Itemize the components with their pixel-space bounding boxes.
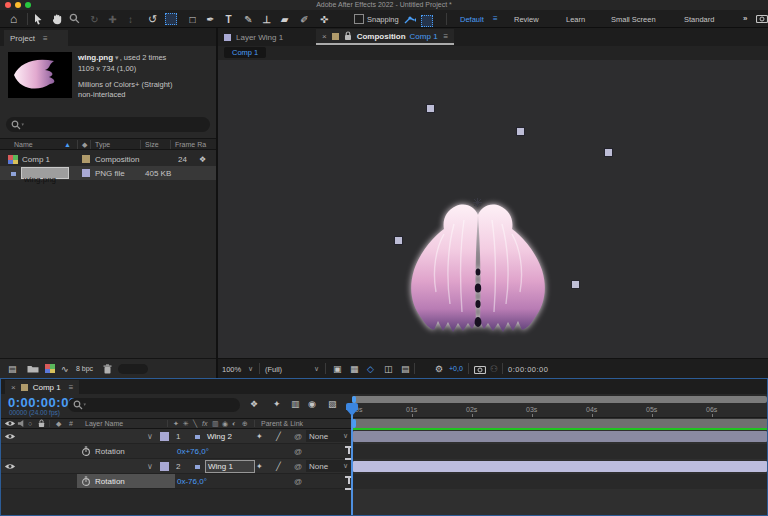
layer-quality-toggle[interactable]: ╱ bbox=[276, 432, 281, 441]
project-row-comp1[interactable]: Comp 1 Composition 24 ❖ bbox=[0, 152, 216, 166]
brush-tool-button[interactable]: ✎ bbox=[241, 13, 256, 26]
layer-name-column[interactable]: Layer Name bbox=[85, 420, 123, 427]
switch-frame-blend-icon[interactable]: ▥ bbox=[212, 420, 219, 428]
mini-flowchart-icon[interactable]: ❖ bbox=[250, 399, 258, 409]
rotation-value[interactable]: 0x-76,0° bbox=[177, 477, 207, 486]
workspace-tab-small-screen[interactable]: Small Screen bbox=[611, 15, 656, 24]
sort-ascending-icon[interactable]: ▲ bbox=[64, 141, 71, 148]
layer-shy-toggle[interactable]: ✦ bbox=[256, 432, 263, 441]
mask-visibility-icon[interactable]: ◇ bbox=[367, 364, 374, 374]
layer-bar-wing1[interactable] bbox=[353, 461, 767, 472]
workspace-menu-icon[interactable]: ≡ bbox=[493, 14, 498, 23]
snapping-checkbox[interactable] bbox=[354, 14, 364, 24]
label-column-tag-icon[interactable]: ◆ bbox=[82, 141, 87, 149]
resolution-caret-icon[interactable]: ∨ bbox=[314, 365, 319, 373]
layer-handle[interactable] bbox=[571, 280, 580, 289]
magnification-dropdown[interactable]: 100% bbox=[222, 365, 241, 374]
tab-comp-name[interactable]: Comp 1 bbox=[410, 32, 438, 41]
timeline-search-input[interactable]: ▾ bbox=[68, 398, 240, 412]
snapshot-camera-icon[interactable] bbox=[474, 365, 486, 374]
snapping-option-icon[interactable] bbox=[404, 13, 416, 25]
orbit-camera-tool-button[interactable]: ↻ bbox=[87, 13, 102, 26]
column-size[interactable]: Size bbox=[145, 141, 159, 148]
layer-row-wing1[interactable]: ∨ 2 Wing 1 ✦ ╱ @ None ∨ bbox=[1, 459, 352, 474]
twirl-chevron-icon[interactable]: ∨ bbox=[147, 432, 153, 441]
switch-motion-blur-icon[interactable]: ◉ bbox=[222, 420, 228, 428]
breadcrumb-comp1[interactable]: Comp 1 bbox=[224, 47, 266, 58]
home-tool-button[interactable]: ⌂ bbox=[6, 13, 21, 26]
tab-project[interactable]: Project ≡ bbox=[4, 30, 68, 46]
shy-layers-icon[interactable]: ✦ bbox=[273, 399, 281, 409]
pan-camera-tool-button[interactable]: ✚ bbox=[105, 13, 120, 26]
time-ruler[interactable]: 0s 01s 02s 03s 04s 05s 06s bbox=[352, 403, 767, 418]
panel-menu-icon[interactable]: ≡ bbox=[43, 34, 48, 43]
layer-name-edit-box[interactable]: Wing 1 bbox=[205, 460, 255, 473]
layer-label-swatch[interactable] bbox=[160, 462, 169, 471]
visibility-eye-icon[interactable] bbox=[4, 433, 16, 440]
audio-column-speaker-icon[interactable] bbox=[17, 419, 26, 428]
selection-tool-button[interactable] bbox=[33, 13, 48, 26]
workspace-search-icon[interactable] bbox=[756, 14, 768, 23]
number-column[interactable]: # bbox=[69, 420, 73, 427]
layer-row-wing2[interactable]: ∨ 1 Wing 2 ✦ ╱ @ None ∨ bbox=[1, 429, 352, 444]
tab-close-icon[interactable]: × bbox=[322, 32, 327, 41]
layer-label-swatch[interactable] bbox=[160, 432, 169, 441]
show-snapshot-icon[interactable]: ⚇ bbox=[490, 364, 498, 374]
layer-name[interactable]: Wing 2 bbox=[207, 432, 232, 441]
graph-editor-icon[interactable]: ▧ bbox=[328, 399, 337, 409]
workspace-tab-default[interactable]: Default bbox=[460, 15, 484, 24]
layer-bar-wing2[interactable] bbox=[353, 431, 767, 442]
tab-layer-wing1[interactable]: Layer Wing 1 bbox=[224, 30, 283, 44]
layer-shy-toggle[interactable]: ✦ bbox=[256, 462, 263, 471]
playhead-line[interactable] bbox=[351, 403, 353, 515]
switch-3d-icon[interactable]: ⊕ bbox=[242, 420, 248, 428]
stopwatch-icon[interactable] bbox=[81, 446, 91, 457]
zoom-tool-icon[interactable] bbox=[69, 13, 84, 26]
tab-timeline-comp1[interactable]: × Comp 1 ≡ bbox=[5, 380, 79, 394]
guides-icon[interactable]: ▤ bbox=[401, 364, 410, 374]
column-frame-rate[interactable]: Frame Ra bbox=[175, 141, 206, 148]
layer-handle[interactable] bbox=[394, 236, 403, 245]
flowchart-icon[interactable]: ❖ bbox=[199, 155, 206, 164]
work-area-start-handle[interactable] bbox=[352, 396, 356, 403]
pan-behind-tool-button[interactable] bbox=[163, 13, 178, 26]
workspace-tab-learn[interactable]: Learn bbox=[566, 15, 585, 24]
twirl-chevron-icon[interactable]: ∨ bbox=[147, 462, 153, 471]
switch-shy-icon[interactable]: ✦ bbox=[173, 420, 179, 428]
visibility-eye-icon[interactable] bbox=[4, 463, 16, 470]
project-row-wing[interactable]: wing.png PNG file 405 KB bbox=[0, 166, 216, 180]
parent-pick-whip-icon[interactable]: @ bbox=[294, 462, 302, 471]
layer-quality-toggle[interactable]: ╱ bbox=[276, 462, 281, 471]
motion-blur-icon[interactable]: ◉ bbox=[308, 399, 316, 409]
parent-dropdown[interactable]: None ∨ bbox=[306, 460, 351, 472]
interpret-footage-icon[interactable]: ▤ bbox=[8, 364, 17, 374]
property-name[interactable]: Rotation bbox=[95, 477, 125, 486]
anchor-point-icon[interactable] bbox=[473, 198, 482, 207]
property-name[interactable]: Rotation bbox=[95, 447, 125, 456]
switch-adjustment-icon[interactable]: ◐ bbox=[232, 420, 236, 427]
resolution-dropdown[interactable]: (Full) bbox=[265, 365, 282, 374]
eraser-tool-button[interactable]: ▰ bbox=[277, 13, 292, 26]
hand-tool-button[interactable] bbox=[51, 13, 66, 26]
column-type[interactable]: Type bbox=[95, 141, 110, 148]
magnification-caret-icon[interactable]: ∨ bbox=[248, 365, 253, 373]
clone-stamp-tool-button[interactable]: ⊥ bbox=[259, 13, 274, 26]
region-of-interest-icon[interactable]: ◫ bbox=[384, 364, 393, 374]
property-row-rotation-wing2[interactable]: Rotation 0x+76,0° @ bbox=[1, 444, 352, 459]
switch-quality-icon[interactable]: ╲ bbox=[193, 420, 197, 428]
frame-blending-icon[interactable]: ▥ bbox=[291, 399, 300, 409]
lock-column-icon[interactable] bbox=[38, 419, 45, 428]
item-name-cell-selected[interactable]: wing.png bbox=[21, 167, 69, 179]
switch-fx-icon[interactable]: fx bbox=[202, 420, 207, 427]
viewer-timecode[interactable]: 0:00:00:00 bbox=[508, 365, 548, 374]
puppet-pin-tool-button[interactable]: ✜ bbox=[317, 13, 332, 26]
property-row-rotation-wing1[interactable]: Rotation 0x-76,0° @ bbox=[1, 474, 352, 489]
transparency-grid-icon[interactable]: ▦ bbox=[350, 364, 359, 374]
column-divider[interactable] bbox=[77, 140, 78, 149]
column-name[interactable]: Name bbox=[14, 141, 33, 148]
dolly-camera-tool-button[interactable]: ↕ bbox=[123, 13, 138, 26]
column-divider[interactable] bbox=[170, 140, 171, 149]
video-column-eye-icon[interactable] bbox=[4, 420, 16, 427]
column-divider[interactable] bbox=[140, 140, 141, 149]
label-swatch[interactable] bbox=[82, 155, 90, 163]
